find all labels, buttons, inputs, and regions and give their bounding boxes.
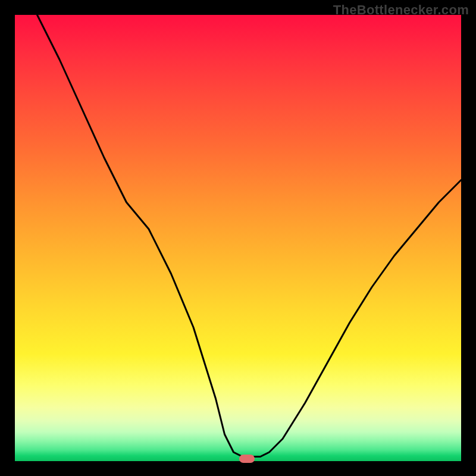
chart-frame: TheBottlenecker.com <box>0 0 476 476</box>
bottleneck-curve <box>15 15 461 461</box>
chart-plot-area <box>15 15 461 461</box>
optimum-marker <box>239 455 255 463</box>
bottleneck-curve-path <box>37 15 462 457</box>
